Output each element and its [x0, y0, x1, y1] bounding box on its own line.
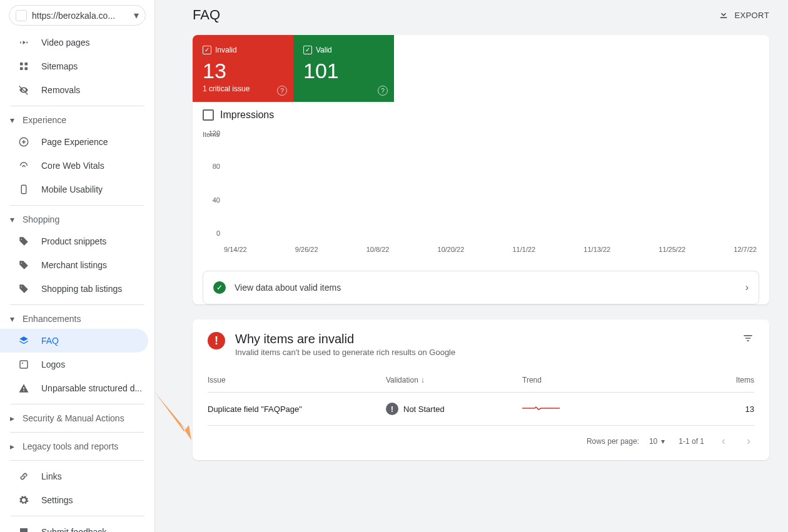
sidebar-item-label: Product snippets — [41, 236, 106, 246]
page-title: FAQ — [193, 7, 220, 23]
chevron-down-icon: ▾ — [10, 314, 18, 324]
status-label: Valid — [316, 46, 332, 54]
col-trend: Trend — [522, 376, 679, 384]
group-security[interactable]: ▸ Security & Manual Actions — [0, 408, 154, 428]
issues-table: Issue Validation ↓ Trend Items Duplicate… — [208, 376, 754, 448]
info-circle-icon: ! — [386, 403, 398, 415]
plus-circle-icon — [18, 136, 30, 148]
chevron-down-icon: ▾ — [10, 115, 18, 125]
divider — [10, 432, 144, 433]
rows-per-page[interactable]: Rows per page: 10 ▾ — [587, 437, 665, 446]
sidebar-item-label: FAQ — [41, 336, 59, 346]
chart-bars — [224, 141, 759, 241]
sidebar-item-label: Settings — [41, 495, 73, 505]
help-icon[interactable]: ? — [378, 86, 388, 96]
status-invalid[interactable]: ✓Invalid 13 1 critical issue ? — [193, 35, 293, 102]
y-ticks: 04080120 — [203, 141, 221, 241]
sidebar-item-mobile-usability[interactable]: Mobile Usability — [0, 178, 154, 201]
gear-icon — [18, 494, 30, 506]
svg-rect-1 — [21, 185, 26, 194]
chart-grid: 04080120 — [224, 141, 759, 241]
sidebar-item-links[interactable]: Links — [0, 464, 154, 488]
chart-y-label: Items — [203, 131, 759, 138]
chevron-down-icon: ▾ — [661, 437, 665, 446]
sidebar-item-unparsable[interactable]: Unparsable structured d... — [0, 376, 154, 400]
table-header: Issue Validation ↓ Trend Items — [208, 376, 754, 393]
tag-icon — [18, 259, 30, 271]
sidebar-item-label: Unparsable structured d... — [41, 383, 142, 393]
group-shopping[interactable]: ▾ Shopping — [0, 209, 154, 229]
sidebar-item-label: Video pages — [41, 38, 90, 48]
eye-off-icon — [18, 84, 30, 96]
site-url: https://berozkala.co... — [32, 11, 129, 21]
sidebar-item-label: Links — [41, 471, 62, 481]
export-label: EXPORT — [734, 11, 769, 20]
sidebar-item-label: Mobile Usability — [41, 184, 103, 194]
chevron-right-icon: ▸ — [10, 413, 18, 423]
group-label: Experience — [23, 115, 66, 125]
divider — [10, 304, 144, 305]
cell-items: 13 — [679, 404, 754, 414]
sidebar-item-product-snippets[interactable]: Product snippets — [0, 229, 154, 253]
sidebar-item-faq[interactable]: FAQ — [0, 329, 148, 353]
impressions-label: Impressions — [220, 109, 274, 121]
warning-icon — [18, 382, 30, 394]
sidebar-item-settings[interactable]: Settings — [0, 488, 154, 512]
tag-icon — [18, 235, 30, 248]
impressions-toggle[interactable]: Impressions — [193, 102, 769, 128]
view-valid-items[interactable]: ✓ View data about valid items › — [203, 271, 759, 304]
sidebar-item-video-pages[interactable]: Video pages — [0, 31, 154, 54]
cell-trend — [522, 404, 679, 414]
col-items: Items — [679, 376, 754, 384]
next-page[interactable]: › — [743, 434, 754, 448]
group-label: Legacy tools and reports — [23, 441, 118, 451]
x-axis: 9/14/229/26/2210/8/2210/20/2211/1/2211/1… — [224, 246, 759, 253]
tag-icon — [18, 283, 30, 295]
status-sub: 1 critical issue — [203, 84, 283, 93]
issues-card: ! Why items are invalid Invalid items ca… — [193, 319, 769, 460]
col-validation[interactable]: Validation ↓ — [386, 376, 522, 384]
sidebar-item-sitemaps[interactable]: Sitemaps — [0, 54, 154, 78]
status-valid[interactable]: ✓Valid 101 ? — [293, 35, 394, 102]
divider — [10, 106, 144, 106]
mobile-icon — [18, 183, 30, 196]
issues-title: Why items are invalid — [235, 332, 732, 346]
sidebar-item-logos[interactable]: Logos — [0, 353, 154, 376]
sidebar-item-merchant-listings[interactable]: Merchant listings — [0, 253, 154, 277]
help-icon[interactable]: ? — [277, 86, 287, 96]
filter-icon[interactable] — [742, 332, 754, 347]
sidebar-item-shopping-tab[interactable]: Shopping tab listings — [0, 277, 154, 301]
sidebar-item-label: Sitemaps — [41, 61, 78, 71]
prev-page[interactable]: ‹ — [718, 434, 729, 448]
site-favicon — [16, 10, 27, 21]
table-row[interactable]: Duplicate field "FAQPage" ! Not Started … — [208, 393, 754, 426]
site-picker[interactable]: https://berozkala.co... ▾ — [9, 5, 146, 26]
error-icon: ! — [208, 332, 225, 349]
group-experience[interactable]: ▾ Experience — [0, 110, 154, 130]
group-legacy[interactable]: ▸ Legacy tools and reports — [0, 436, 154, 456]
sidebar-item-label: Page Experience — [41, 137, 108, 147]
svg-rect-2 — [20, 361, 28, 368]
checkbox-icon: ✓ — [203, 46, 211, 54]
sidebar-item-label: Submit feedback — [41, 527, 106, 532]
status-count: 13 — [203, 59, 283, 83]
status-count: 101 — [303, 59, 384, 83]
sidebar-item-removals[interactable]: Removals — [0, 78, 154, 102]
sidebar-item-core-web-vitals[interactable]: Core Web Vitals — [0, 154, 154, 178]
divider — [10, 460, 144, 461]
pagination: Rows per page: 10 ▾ 1-1 of 1 ‹ › — [208, 426, 754, 448]
pagination-range: 1-1 of 1 — [679, 437, 704, 446]
view-valid-label: View data about valid items — [235, 283, 737, 293]
sidebar-item-feedback[interactable]: Submit feedback — [0, 520, 154, 532]
group-label: Shopping — [23, 214, 59, 224]
status-label: Invalid — [215, 46, 237, 54]
group-label: Enhancements — [23, 314, 81, 324]
link-icon — [18, 470, 30, 483]
sidebar-item-page-experience[interactable]: Page Experience — [0, 130, 154, 154]
export-button[interactable]: EXPORT — [718, 9, 769, 22]
checkbox-unchecked[interactable] — [203, 109, 214, 121]
svg-point-3 — [22, 363, 23, 364]
gauge-icon — [18, 159, 30, 172]
sidebar: https://berozkala.co... ▾ Video pages Si… — [0, 0, 155, 532]
group-enhancements[interactable]: ▾ Enhancements — [0, 309, 154, 329]
